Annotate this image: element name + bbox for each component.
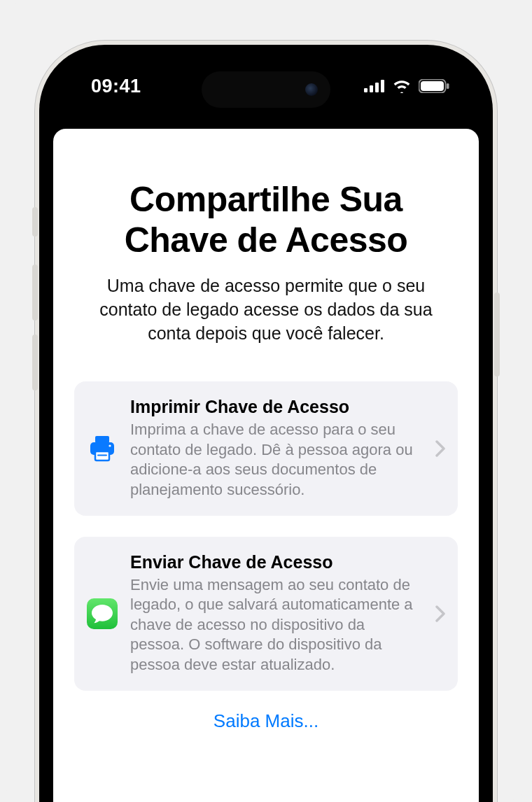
svg-point-11 — [108, 444, 111, 446]
page-title: Compartilhe Sua Chave de Acesso — [74, 179, 458, 260]
svg-rect-3 — [381, 80, 384, 92]
print-option-desc: Imprima a chave de acesso para o seu con… — [130, 420, 423, 500]
send-option-title: Enviar Chave de Acesso — [130, 552, 423, 572]
screen: 09:41 — [49, 55, 483, 802]
share-access-key-sheet: Compartilhe Sua Chave de Acesso Uma chav… — [53, 129, 479, 802]
send-access-key-option[interactable]: Enviar Chave de Acesso Envie uma mensage… — [74, 537, 458, 691]
svg-rect-2 — [375, 83, 379, 92]
status-bar: 09:41 — [49, 55, 483, 118]
printer-icon — [88, 434, 117, 463]
chevron-right-icon — [435, 440, 445, 457]
print-option-title: Imprimir Chave de Acesso — [130, 397, 423, 417]
status-time: 09:41 — [91, 76, 141, 97]
volume-down-button — [32, 335, 38, 391]
svg-rect-7 — [95, 436, 109, 443]
title-line-1: Compartilhe Sua — [130, 180, 402, 219]
dynamic-island — [202, 71, 330, 108]
battery-icon — [419, 79, 449, 93]
title-line-2: Chave de Acesso — [125, 220, 408, 260]
silence-switch — [32, 207, 38, 237]
volume-up-button — [32, 265, 38, 321]
svg-rect-5 — [421, 81, 444, 91]
camera-icon — [305, 83, 318, 96]
messages-icon — [87, 598, 118, 629]
svg-rect-0 — [364, 88, 368, 92]
learn-more-link[interactable]: Saiba Mais... — [74, 710, 458, 732]
cellular-icon — [364, 80, 385, 92]
chevron-right-icon — [435, 605, 445, 622]
wifi-icon — [392, 79, 412, 93]
page-subtitle: Uma chave de acesso permite que o seu co… — [74, 274, 458, 345]
send-option-desc: Envie uma mensagem ao seu contato de leg… — [130, 575, 423, 675]
power-button — [494, 293, 500, 377]
svg-rect-1 — [370, 85, 373, 92]
svg-rect-6 — [447, 83, 449, 89]
phone-frame: 09:41 — [35, 41, 497, 802]
print-access-key-option[interactable]: Imprimir Chave de Acesso Imprima a chave… — [74, 381, 458, 515]
